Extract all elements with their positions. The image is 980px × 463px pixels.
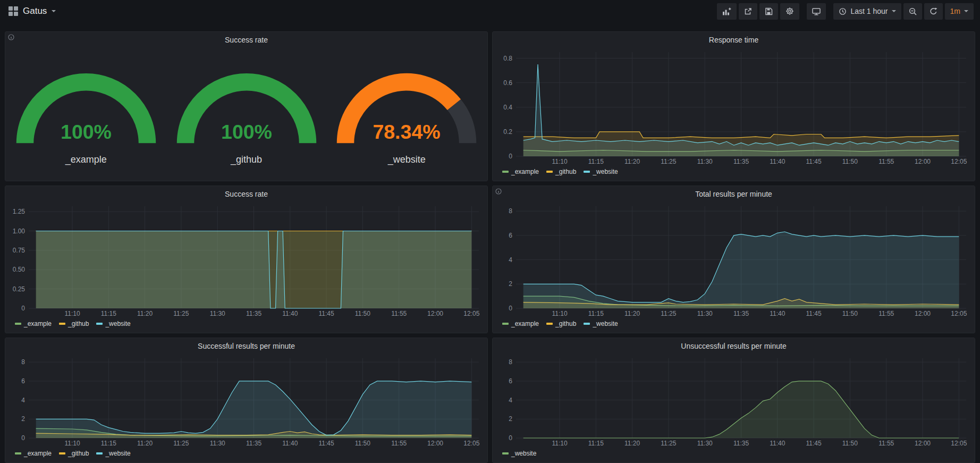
refresh-button[interactable] — [924, 3, 943, 20]
info-icon[interactable] — [495, 188, 502, 195]
legend-label: _example — [24, 320, 52, 327]
legend-item-_github[interactable]: _github — [59, 450, 89, 457]
series — [523, 232, 959, 308]
legend-item-_example[interactable]: _example — [502, 320, 539, 327]
panel-title[interactable]: Unsuccessful results per minute — [681, 342, 786, 350]
legend-label: _website — [511, 450, 536, 457]
legend-swatch — [15, 452, 21, 454]
y-tick-label: 0.6 — [503, 79, 512, 87]
y-tick-label: 6 — [509, 377, 512, 385]
legend-label: _website — [593, 168, 618, 175]
time-range-button[interactable]: Last 1 hour — [833, 3, 901, 20]
save-button[interactable] — [759, 3, 778, 20]
gauge-arc: 78.34% — [327, 60, 486, 153]
x-tick-label: 11:15 — [101, 440, 116, 447]
total-results-chart[interactable]: 0246811:1011:1511:2011:2511:3011:3511:40… — [497, 202, 970, 318]
legend-item-_website[interactable]: _website — [96, 450, 130, 457]
navbar-left: Gatus — [6, 6, 56, 16]
x-tick-label: 11:40 — [770, 440, 785, 447]
panel-success-rate-gauges: Success rate 100%_example100%_github78.3… — [5, 31, 488, 181]
successful-results-chart[interactable]: 0246811:1011:1511:2011:2511:3011:3511:40… — [10, 354, 483, 448]
chart-legend: _example_github_website — [497, 166, 970, 178]
legend-swatch — [546, 323, 553, 325]
dashboard-grid-icon[interactable] — [9, 6, 18, 16]
panel-header[interactable]: Success rate — [5, 186, 487, 202]
legend-item-_website[interactable]: _website — [96, 320, 130, 327]
panel-title[interactable]: Successful results per minute — [198, 342, 295, 350]
panel-title[interactable]: Success rate — [225, 190, 268, 198]
success-rate-chart[interactable]: 00.250.500.751.001.2511:1011:1511:2011:2… — [10, 202, 483, 318]
legend-label: _website — [105, 320, 130, 327]
legend-label: _example — [511, 320, 539, 327]
legend-swatch — [584, 323, 590, 325]
series — [36, 231, 472, 309]
panel-header[interactable]: Success rate — [5, 32, 487, 48]
x-tick-label: 11:35 — [246, 440, 261, 447]
legend-item-_github[interactable]: _github — [546, 168, 576, 175]
legend-item-_website[interactable]: _website — [584, 168, 618, 175]
share-button[interactable] — [739, 3, 757, 20]
refresh-icon — [930, 7, 937, 15]
panel-header[interactable]: Response time — [493, 32, 975, 48]
y-tick-label: 0.2 — [503, 128, 512, 136]
legend-item-_website[interactable]: _website — [584, 320, 618, 327]
refresh-interval-button[interactable]: 1m — [945, 3, 974, 20]
x-tick-label: 11:30 — [697, 440, 713, 447]
y-tick-label: 0 — [21, 434, 25, 442]
legend-swatch — [502, 323, 509, 325]
legend-swatch — [502, 171, 509, 173]
legend-item-_github[interactable]: _github — [59, 320, 89, 327]
legend-item-_example[interactable]: _example — [502, 168, 539, 175]
panel-title[interactable]: Success rate — [225, 36, 268, 44]
panel-header[interactable]: Successful results per minute — [5, 338, 487, 354]
x-tick-label: 11:40 — [770, 310, 785, 317]
panel-header[interactable]: Total results per minute — [493, 186, 975, 202]
chart-legend: _example_github_website — [10, 448, 483, 459]
y-tick-label: 0.75 — [13, 247, 26, 254]
legend-item-_github[interactable]: _github — [546, 320, 576, 327]
y-tick-label: 1.25 — [13, 208, 26, 215]
y-tick-label: 0 — [21, 305, 25, 312]
x-tick-label: 11:35 — [246, 310, 261, 317]
x-tick-label: 11:55 — [878, 158, 894, 165]
panel-title[interactable]: Total results per minute — [695, 190, 772, 198]
legend-swatch — [96, 452, 103, 454]
legend-item-_example[interactable]: _example — [15, 450, 52, 457]
dashboard-title[interactable]: Gatus — [23, 6, 47, 16]
gauge-value: 100% — [61, 121, 112, 143]
add-panel-button[interactable] — [717, 3, 737, 20]
x-tick-label: 11:20 — [137, 310, 153, 317]
x-tick-label: 11:45 — [806, 310, 822, 317]
x-tick-label: 11:15 — [101, 310, 116, 317]
panel-unsuccessful-results: Unsuccessful results per minute 0246811:… — [492, 338, 975, 463]
legend-swatch — [15, 323, 21, 325]
chart-area: 00.250.500.751.001.2511:1011:1511:2011:2… — [5, 202, 487, 333]
info-icon[interactable] — [8, 34, 14, 40]
clock-icon — [839, 7, 847, 15]
settings-button[interactable] — [780, 3, 799, 20]
legend-swatch — [59, 323, 65, 325]
x-tick-label: 11:40 — [282, 310, 298, 317]
x-tick-label: 11:30 — [697, 158, 713, 165]
chart-legend: _website — [497, 448, 970, 459]
share-icon — [744, 7, 752, 15]
zoom-out-button[interactable] — [903, 3, 922, 20]
panel-total-results: Total results per minute 0246811:1011:15… — [492, 186, 975, 333]
panel-title[interactable]: Response time — [709, 36, 758, 44]
chart-legend: _example_github_website — [10, 318, 483, 330]
legend-swatch — [584, 171, 590, 173]
chevron-down-icon[interactable] — [52, 10, 56, 12]
y-tick-label: 0.8 — [503, 55, 512, 62]
x-tick-label: 11:10 — [552, 158, 567, 165]
legend-item-_website[interactable]: _website — [502, 450, 536, 457]
cycle-view-button[interactable] — [807, 3, 826, 20]
series — [36, 381, 472, 438]
y-tick-label: 8 — [509, 207, 512, 215]
gauge-value: 78.34% — [373, 121, 441, 143]
legend-item-_example[interactable]: _example — [15, 320, 52, 327]
unsuccessful-results-chart[interactable]: 0246811:1011:1511:2011:2511:3011:3511:40… — [497, 354, 970, 448]
x-tick-label: 11:50 — [842, 440, 858, 447]
x-tick-label: 12:05 — [951, 440, 967, 447]
response-time-chart[interactable]: 00.20.40.60.811:1011:1511:2011:2511:3011… — [497, 48, 970, 166]
panel-header[interactable]: Unsuccessful results per minute — [493, 338, 975, 354]
